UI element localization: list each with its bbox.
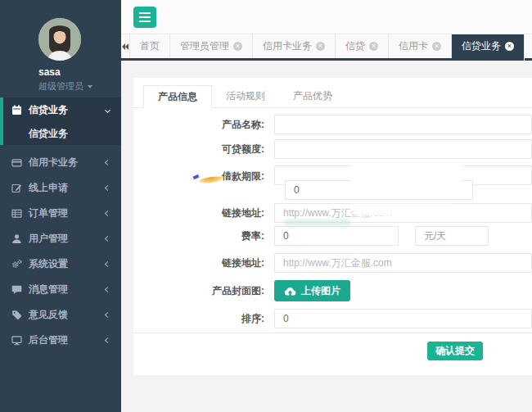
tab-credit[interactable]: 信贷 × bbox=[336, 34, 389, 58]
sidebar-item-label: 后台管理 bbox=[29, 333, 68, 347]
form-row-product-name: 产品名称: bbox=[133, 115, 532, 134]
tab-activity-rules[interactable]: 活动规则 bbox=[212, 84, 279, 107]
form-row-rate: 费率: 元/天 bbox=[133, 226, 532, 246]
link-label: 链接地址: bbox=[133, 206, 274, 220]
sidebar-item-backend-management[interactable]: 后台管理 bbox=[0, 328, 121, 353]
sidebar-item-label: 线上申请 bbox=[29, 181, 68, 195]
panel-tabs: 产品信息 活动规则 产品优势 bbox=[133, 84, 532, 108]
chevron-left-icon bbox=[105, 185, 110, 191]
admin-app: sasa 超级管理员 信贷业务 信贷业务 bbox=[0, 0, 532, 412]
sidebar-item-label: 消息管理 bbox=[29, 283, 68, 297]
sidebar-item-online-apply[interactable]: 线上申请 bbox=[0, 175, 121, 201]
nav-group-credit: 信贷业务 信贷业务 bbox=[0, 97, 121, 145]
avatar-photo bbox=[38, 18, 81, 61]
form-row-loan-term: 借款期限: bbox=[133, 165, 532, 200]
sidebar-item-label: 信用卡业务 bbox=[29, 156, 78, 170]
sidebar-item-label: 信贷业务 bbox=[29, 103, 68, 117]
chevron-left-icon bbox=[105, 211, 110, 216]
edit-icon bbox=[11, 183, 22, 193]
comment-icon bbox=[11, 284, 22, 295]
credit-card-icon bbox=[11, 157, 22, 168]
product-form: 产品名称: 可贷额度: 借款期限: bbox=[133, 108, 532, 360]
calendar-icon bbox=[11, 105, 22, 115]
confirm-submit-button[interactable]: 确认提交 bbox=[427, 342, 483, 360]
link-url-input-1[interactable] bbox=[274, 203, 532, 223]
sidebar-item-system-settings[interactable]: 系统设置 bbox=[0, 251, 121, 277]
chevron-left-icon bbox=[105, 261, 110, 267]
close-tab-icon[interactable]: × bbox=[233, 42, 242, 51]
product-name-label: 产品名称: bbox=[133, 118, 274, 132]
chevron-left-icon bbox=[105, 160, 110, 165]
sidebar-item-credit-business[interactable]: 信贷业务 bbox=[3, 97, 121, 123]
product-name-input[interactable] bbox=[274, 115, 532, 134]
sidebar-subitem-credit-business[interactable]: 信贷业务 bbox=[3, 123, 121, 145]
link-label: 链接地址: bbox=[133, 256, 274, 270]
sidebar-item-creditcard-business[interactable]: 信用卡业务 bbox=[0, 150, 121, 175]
tab-strip: 首页 管理员管理 × 信用卡业务 × 信贷 × 信用卡 × 信贷业务 × bbox=[121, 34, 532, 61]
tab-vip-orders[interactable]: 购买vip订单 × bbox=[525, 34, 532, 58]
form-row-link-2: 链接地址: bbox=[133, 253, 532, 273]
sidebar-subitem-label: 信贷业务 bbox=[29, 127, 68, 141]
double-chevron-left-icon bbox=[121, 43, 129, 51]
sidebar-item-user-management[interactable]: 用户管理 bbox=[0, 226, 121, 251]
tab-product-advantage[interactable]: 产品优势 bbox=[279, 84, 346, 107]
upload-image-button[interactable]: 上传图片 bbox=[274, 280, 350, 301]
main-area: 首页 管理员管理 × 信用卡业务 × 信贷 × 信用卡 × 信贷业务 × bbox=[121, 0, 532, 412]
form-row-loan-amount: 可贷额度: bbox=[133, 139, 532, 159]
collapse-tabs-button[interactable] bbox=[121, 34, 130, 58]
close-tab-icon[interactable]: × bbox=[432, 42, 441, 51]
sidebar-item-order-management[interactable]: 订单管理 bbox=[0, 201, 121, 226]
loan-amount-label: 可贷额度: bbox=[133, 143, 274, 156]
rate-label: 费率: bbox=[133, 229, 274, 243]
user-role-label: 超级管理员 bbox=[38, 80, 83, 93]
gears-icon bbox=[11, 259, 22, 269]
hamburger-icon bbox=[139, 12, 151, 14]
upload-button-label: 上传图片 bbox=[301, 284, 340, 298]
sidebar-item-label: 订单管理 bbox=[29, 206, 68, 220]
link-url-input-2[interactable] bbox=[274, 253, 532, 273]
tab-creditcard-business[interactable]: 信用卡业务 × bbox=[253, 34, 336, 58]
chevron-down-icon bbox=[105, 107, 110, 113]
sort-input[interactable] bbox=[274, 309, 532, 328]
tag-icon bbox=[11, 310, 22, 320]
chevron-left-icon bbox=[105, 236, 110, 242]
tab-credit-business-active[interactable]: 信贷业务 × bbox=[452, 34, 525, 61]
loan-amount-input[interactable] bbox=[274, 139, 532, 159]
desktop-icon bbox=[11, 335, 22, 346]
sidebar-item-label: 用户管理 bbox=[29, 232, 68, 246]
form-row-cover-image: 产品封面图: 上传图片 bbox=[133, 280, 532, 301]
cover-image-label: 产品封面图: bbox=[133, 284, 274, 298]
submit-row: 确认提交 bbox=[133, 333, 532, 360]
user-name: sasa bbox=[38, 66, 121, 78]
sidebar-item-label: 意见反馈 bbox=[29, 308, 68, 322]
loan-term-label: 借款期限: bbox=[133, 170, 274, 183]
sidebar-item-feedback[interactable]: 意见反馈 bbox=[0, 302, 121, 328]
menu-toggle-button[interactable] bbox=[133, 7, 156, 28]
table-icon bbox=[11, 208, 22, 219]
tab-product-info[interactable]: 产品信息 bbox=[143, 85, 212, 108]
cloud-upload-icon bbox=[284, 287, 296, 296]
chevron-left-icon bbox=[105, 312, 110, 318]
user-role-dropdown[interactable]: 超级管理员 bbox=[38, 80, 121, 93]
tab-admin-management[interactable]: 管理员管理 × bbox=[170, 34, 253, 58]
loan-term-value-input[interactable] bbox=[285, 180, 473, 200]
caret-down-icon bbox=[88, 85, 92, 88]
sidebar-item-message-management[interactable]: 消息管理 bbox=[0, 277, 121, 302]
user-avatar[interactable] bbox=[38, 18, 81, 61]
topbar bbox=[121, 0, 532, 34]
close-tab-icon[interactable]: × bbox=[316, 42, 325, 51]
tab-creditcard[interactable]: 信用卡 × bbox=[389, 34, 452, 58]
sort-label: 排序: bbox=[133, 312, 274, 326]
tab-home[interactable]: 首页 bbox=[130, 34, 170, 58]
close-tab-icon[interactable]: × bbox=[369, 42, 378, 51]
sidebar-nav: 信贷业务 信贷业务 信用卡业务 线上申请 bbox=[0, 97, 121, 353]
form-row-sort: 排序: bbox=[133, 309, 532, 328]
content-area: 产品信息 活动规则 产品优势 产品名称: 可贷额度: 借款期限: bbox=[121, 61, 532, 412]
close-tab-icon[interactable]: × bbox=[505, 42, 514, 51]
sidebar: sasa 超级管理员 信贷业务 信贷业务 bbox=[0, 0, 121, 412]
rate-input[interactable] bbox=[274, 226, 399, 246]
product-panel: 产品信息 活动规则 产品优势 产品名称: 可贷额度: 借款期限: bbox=[133, 78, 532, 375]
user-block: sasa 超级管理员 bbox=[0, 0, 121, 93]
sidebar-item-label: 系统设置 bbox=[29, 257, 68, 271]
form-row-link-1: 链接地址: bbox=[133, 203, 532, 223]
